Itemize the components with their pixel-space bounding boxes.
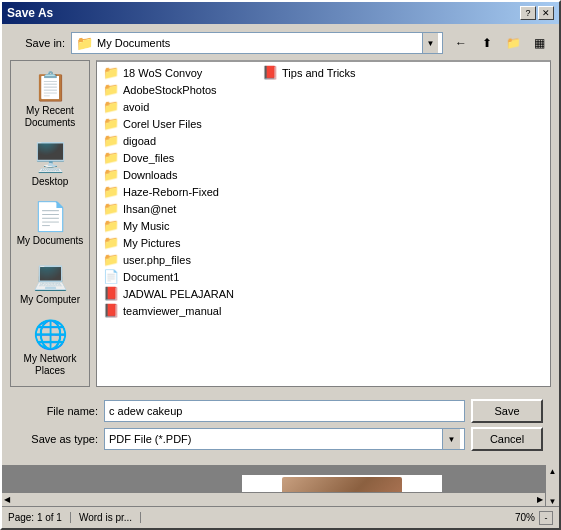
dialog-title: Save As <box>7 6 53 20</box>
network-places-icon: 🌐 <box>33 318 68 351</box>
sidebar-item-recent[interactable]: 📋 My RecentDocuments <box>13 65 88 134</box>
list-item[interactable]: 📁 avoid <box>99 98 238 115</box>
scroll-up-icon[interactable]: ▲ <box>549 467 557 476</box>
file-item-label: JADWAL PELAJARAN <box>123 288 234 300</box>
save-in-row: Save in: 📁 My Documents ▼ ← ⬆ 📁 ▦ <box>10 32 551 54</box>
file-item-label: Downloads <box>123 169 177 181</box>
list-item[interactable]: 📕 teamviewer_manual <box>99 302 238 319</box>
filetype-row: Save as type: PDF File (*.PDF) ▼ Cancel <box>18 427 543 451</box>
file-item-label: teamviewer_manual <box>123 305 221 317</box>
page-status: Page: 1 of 1 <box>8 512 71 523</box>
folder-icon: 📁 <box>103 116 119 131</box>
folder-icon: 📁 <box>103 184 119 199</box>
file-list-panel: 📁 18 WoS Convoy 📁 AdobeStockPhotos 📁 avo… <box>96 60 551 387</box>
list-item[interactable]: 📁 Dove_files <box>99 149 238 166</box>
list-item[interactable]: 📕 JADWAL PELAJARAN <box>99 285 238 302</box>
button-panel: Save <box>471 399 543 423</box>
list-item[interactable]: 📁 Haze-Reborn-Fixed <box>99 183 238 200</box>
zoom-level: 70% <box>515 512 535 523</box>
file-item-label: Haze-Reborn-Fixed <box>123 186 219 198</box>
bottom-rows: File name: Save Save as type: PDF File (… <box>10 393 551 457</box>
filename-label: File name: <box>18 405 98 417</box>
folder-icon: 📁 <box>103 65 119 80</box>
file-item-label: Corel User Files <box>123 118 202 130</box>
file-item-label: digoad <box>123 135 156 147</box>
up-button[interactable]: ⬆ <box>475 32 499 54</box>
file-item-label: AdobeStockPhotos <box>123 84 217 96</box>
horizontal-scrollbar[interactable]: ◀ ▶ <box>2 492 545 506</box>
word-status-text: Word is pr... <box>79 512 132 523</box>
dropdown-arrow-icon[interactable]: ▼ <box>422 33 438 53</box>
list-item[interactable]: 📁 digoad <box>99 132 238 149</box>
file-item-label: Ihsan@net <box>123 203 176 215</box>
title-bar-controls: ? ✕ <box>520 6 554 20</box>
list-item[interactable]: 📁 AdobeStockPhotos <box>99 81 238 98</box>
file-item-label: Document1 <box>123 271 179 283</box>
vertical-scrollbar[interactable]: ▲ ▼ <box>545 465 559 506</box>
file-item-label: My Pictures <box>123 237 180 249</box>
file-item-label: user.php_files <box>123 254 191 266</box>
page-status-text: Page: 1 of 1 <box>8 512 62 523</box>
view-button[interactable]: ▦ <box>527 32 551 54</box>
list-item[interactable]: 📁 My Music <box>99 217 238 234</box>
back-button[interactable]: ← <box>449 32 473 54</box>
filetype-value: PDF File (*.PDF) <box>109 433 442 445</box>
scroll-left-icon[interactable]: ◀ <box>2 495 12 504</box>
file-item-label: Dove_files <box>123 152 174 164</box>
sidebar-item-mycomputer[interactable]: 💻 My Computer <box>13 254 88 311</box>
scroll-right-icon[interactable]: ▶ <box>535 495 545 504</box>
new-folder-button[interactable]: 📁 <box>501 32 525 54</box>
folder-icon: 📁 <box>103 167 119 182</box>
save-in-label: Save in: <box>10 37 65 49</box>
list-item[interactable]: 📁 Corel User Files <box>99 115 238 132</box>
filetype-label: Save as type: <box>18 433 98 445</box>
list-item[interactable]: 📁 18 WoS Convoy <box>99 64 238 81</box>
list-item[interactable]: 📁 Downloads <box>99 166 238 183</box>
folder-icon: 📁 <box>103 82 119 97</box>
network-places-label: My Network Places <box>16 353 85 377</box>
pdf-icon: 📕 <box>103 286 119 301</box>
save-as-dialog: Save As ? ✕ Save in: 📁 My Documents ▼ ← … <box>0 0 561 530</box>
sidebar-item-desktop[interactable]: 🖥️ Desktop <box>13 136 88 193</box>
scroll-down-icon[interactable]: ▼ <box>549 497 557 506</box>
filetype-dropdown[interactable]: PDF File (*.PDF) ▼ <box>104 428 465 450</box>
app-background: ▲ ▼ ◀ ▶ <box>2 465 559 506</box>
folder-icon: 📁 <box>103 235 119 250</box>
toolbar-buttons: ← ⬆ 📁 ▦ <box>449 32 551 54</box>
list-item[interactable]: 📄 Document1 <box>99 268 238 285</box>
recent-docs-icon: 📋 <box>33 70 68 103</box>
sidebar-item-network[interactable]: 🌐 My Network Places <box>13 313 88 382</box>
zoom-out-button[interactable]: - <box>539 511 553 525</box>
file-item-label: Tips and Tricks <box>282 67 356 79</box>
dialog-body: Save in: 📁 My Documents ▼ ← ⬆ 📁 ▦ 📋 My R… <box>2 24 559 465</box>
list-item[interactable]: 📁 user.php_files <box>99 251 238 268</box>
left-panel: 📋 My RecentDocuments 🖥️ Desktop 📄 My Doc… <box>10 60 90 387</box>
recent-docs-label: My RecentDocuments <box>25 105 76 129</box>
close-button[interactable]: ✕ <box>538 6 554 20</box>
file-list-col2: 📕 Tips and Tricks <box>258 64 360 319</box>
folder-icon: 📁 <box>103 150 119 165</box>
list-item[interactable]: 📁 Ihsan@net <box>99 200 238 217</box>
file-list-col1: 📁 18 WoS Convoy 📁 AdobeStockPhotos 📁 avo… <box>99 64 238 319</box>
sidebar-item-mydocs[interactable]: 📄 My Documents <box>13 195 88 252</box>
folder-icon: 📁 <box>103 133 119 148</box>
my-documents-label: My Documents <box>17 235 84 247</box>
pdf-icon: 📕 <box>103 303 119 318</box>
document-icon: 📄 <box>103 269 119 284</box>
my-documents-icon: 📄 <box>33 200 68 233</box>
file-list-container: 📁 18 WoS Convoy 📁 AdobeStockPhotos 📁 avo… <box>99 64 548 319</box>
cancel-button[interactable]: Cancel <box>471 427 543 451</box>
save-button[interactable]: Save <box>471 399 543 423</box>
file-item-label: 18 WoS Convoy <box>123 67 202 79</box>
filetype-dropdown-arrow-icon[interactable]: ▼ <box>442 429 460 449</box>
save-in-dropdown[interactable]: 📁 My Documents ▼ <box>71 32 443 54</box>
folder-icon: 📁 <box>103 252 119 267</box>
pdf-icon: 📕 <box>262 65 278 80</box>
folder-icon: 📁 <box>103 201 119 216</box>
my-computer-label: My Computer <box>20 294 80 306</box>
help-button[interactable]: ? <box>520 6 536 20</box>
filename-input[interactable] <box>104 400 465 422</box>
my-computer-icon: 💻 <box>33 259 68 292</box>
list-item[interactable]: 📁 My Pictures <box>99 234 238 251</box>
list-item[interactable]: 📕 Tips and Tricks <box>258 64 360 81</box>
